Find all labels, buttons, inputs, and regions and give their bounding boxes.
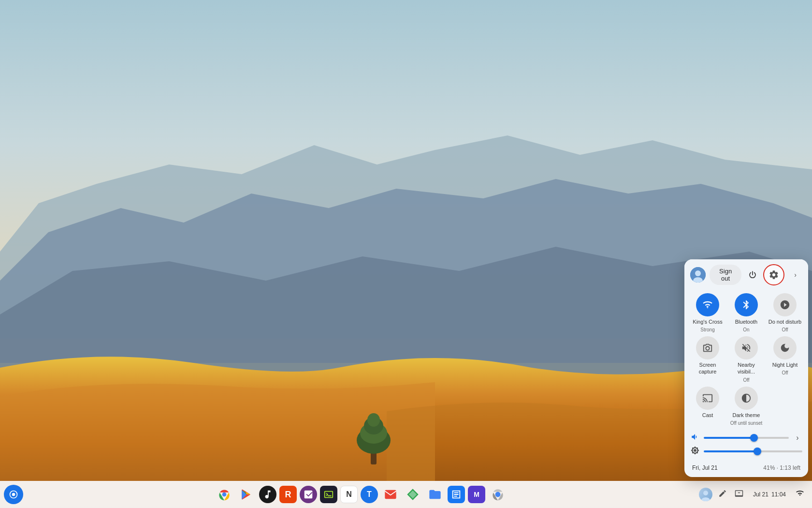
- night-light-label: Night Light: [772, 361, 798, 368]
- volume-row: ›: [690, 433, 802, 443]
- battery-display: 41% · 1:13 left: [763, 464, 800, 471]
- app13[interactable]: M: [468, 486, 485, 503]
- taskbar-apps: R N T: [23, 485, 699, 504]
- taskbar: R N T: [0, 481, 812, 508]
- launcher-button[interactable]: [4, 485, 23, 504]
- sign-out-button[interactable]: Sign out: [710, 265, 741, 285]
- terminal-app[interactable]: [320, 486, 337, 503]
- brightness-slider[interactable]: [704, 450, 802, 452]
- screen-capture-label: Screen capture: [690, 361, 725, 375]
- taskbar-right: Jul 21 11:04: [699, 487, 808, 502]
- clock-display[interactable]: Jul 21 11:04: [749, 489, 790, 500]
- avatar: [690, 267, 706, 283]
- svg-point-16: [703, 491, 708, 495]
- sliders-section: ›: [684, 430, 808, 463]
- quick-toggles-row3: Cast Dark theme Off until sunset: [684, 386, 808, 430]
- app3[interactable]: [259, 486, 276, 503]
- bluetooth-sublabel: On: [743, 327, 749, 332]
- svg-point-7: [695, 270, 701, 276]
- volume-slider[interactable]: [704, 437, 789, 439]
- screen-icon[interactable]: [733, 487, 745, 502]
- cast-toggle[interactable]: Cast: [690, 387, 725, 426]
- svg-point-10: [12, 493, 15, 496]
- wifi-sublabel: Strong: [700, 327, 714, 332]
- dark-theme-sublabel: Off until sunset: [730, 420, 763, 426]
- app7[interactable]: N: [340, 486, 358, 503]
- screen-capture-icon: [696, 336, 719, 359]
- svg-point-17: [701, 497, 710, 501]
- dnd-sublabel: Off: [782, 327, 788, 332]
- quick-settings-header: Sign out ›: [684, 259, 808, 290]
- files-app[interactable]: [425, 485, 445, 504]
- cast-label: Cast: [702, 412, 713, 418]
- app8[interactable]: T: [361, 486, 378, 503]
- power-button[interactable]: [745, 266, 759, 284]
- date-display: Fri, Jul 21: [692, 464, 718, 471]
- bluetooth-label: Bluetooth: [735, 318, 757, 325]
- bluetooth-icon: [735, 293, 758, 316]
- app10[interactable]: [403, 485, 422, 504]
- empty-icon: [773, 387, 797, 410]
- chromium-app[interactable]: [488, 485, 508, 504]
- bluetooth-toggle[interactable]: Bluetooth On: [729, 293, 764, 332]
- taskbar-left: [4, 485, 23, 504]
- dark-theme-label: Dark theme: [733, 412, 760, 418]
- app12[interactable]: [448, 486, 465, 503]
- pen-icon[interactable]: [716, 487, 729, 502]
- quick-settings-footer: Fri, Jul 21 41% · 1:13 left: [684, 463, 808, 471]
- nearby-share-icon: [735, 336, 758, 359]
- volume-icon: [690, 433, 700, 443]
- brightness-row: [690, 446, 802, 457]
- app9[interactable]: [381, 485, 400, 504]
- nearby-share-sublabel: Off: [743, 377, 749, 383]
- expand-button[interactable]: ›: [788, 266, 802, 284]
- tray-wifi-icon[interactable]: [794, 487, 806, 502]
- svg-point-5: [367, 413, 380, 427]
- dark-theme-icon: [735, 387, 758, 410]
- night-light-toggle[interactable]: Night Light Off: [768, 336, 802, 383]
- night-light-sublabel: Off: [782, 370, 788, 375]
- time-text: 11:04: [771, 491, 786, 498]
- wifi-icon: [696, 293, 719, 316]
- play-store-app[interactable]: [237, 485, 256, 504]
- app5[interactable]: [300, 486, 317, 503]
- svg-point-11: [222, 493, 227, 497]
- svg-point-15: [495, 492, 501, 497]
- nearby-share-toggle[interactable]: Nearby visibil... Off: [729, 336, 764, 383]
- dnd-label: Do not disturb: [768, 318, 801, 325]
- taskbar-avatar[interactable]: [699, 488, 712, 501]
- brightness-icon: [690, 446, 700, 457]
- night-light-icon: [773, 336, 797, 359]
- date-text: Jul 21: [753, 491, 768, 498]
- quick-toggles-row2: Screen capture Nearby visibil... Off: [684, 335, 808, 386]
- dark-theme-toggle[interactable]: Dark theme Off until sunset: [729, 387, 764, 426]
- svg-rect-12: [385, 490, 396, 499]
- quick-settings-panel: Sign out ›: [684, 259, 808, 477]
- quick-toggles-row1: King's Cross Strong Bluetooth On: [684, 290, 808, 335]
- chrome-app[interactable]: [215, 485, 234, 504]
- wifi-label: King's Cross: [693, 318, 722, 325]
- volume-expand[interactable]: ›: [793, 433, 802, 442]
- screen-capture-toggle[interactable]: Screen capture: [690, 336, 725, 383]
- cast-icon: [696, 387, 719, 410]
- dnd-icon: [773, 293, 797, 316]
- nearby-share-label: Nearby visibil...: [729, 361, 764, 375]
- tree-decoration: [349, 406, 398, 469]
- wifi-toggle[interactable]: King's Cross Strong: [690, 293, 725, 332]
- dnd-toggle[interactable]: Do not disturb Off: [768, 293, 802, 332]
- settings-button[interactable]: [763, 264, 784, 285]
- app4[interactable]: R: [279, 486, 297, 503]
- empty-slot: [768, 387, 802, 426]
